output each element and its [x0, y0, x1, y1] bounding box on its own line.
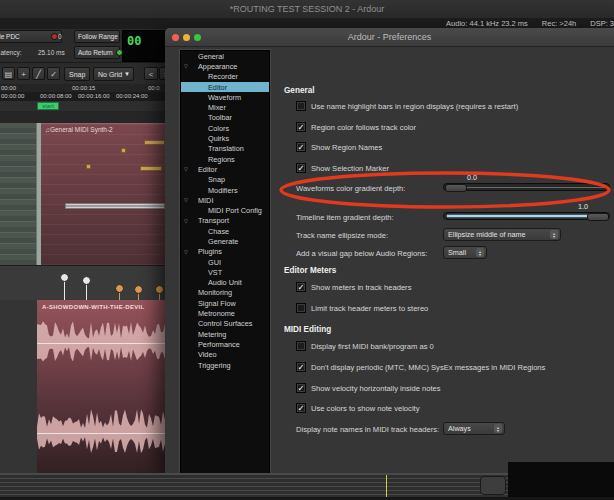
- slider-track[interactable]: [443, 183, 610, 191]
- dropdown[interactable]: Small▴▾: [443, 246, 487, 259]
- sidebar-item-regions[interactable]: Regions: [181, 154, 269, 164]
- minimize-icon[interactable]: [183, 34, 190, 41]
- disclosure-triangle-icon[interactable]: ▽: [184, 249, 188, 255]
- nav-prev-button[interactable]: <: [144, 67, 158, 80]
- checkbox-checked[interactable]: ✓: [296, 362, 306, 372]
- disclosure-triangle-icon[interactable]: ▽: [184, 166, 188, 172]
- fader-icon[interactable]: ▤: [2, 67, 15, 80]
- pdc-button[interactable]: able PDC: [0, 30, 62, 43]
- automation-point[interactable]: [60, 273, 69, 282]
- checkbox-unchecked[interactable]: [296, 341, 306, 351]
- grid-mode-dropdown[interactable]: No Grid ▾: [93, 67, 134, 81]
- automation-point[interactable]: [155, 285, 164, 294]
- sidebar-item-translation[interactable]: Translation: [181, 144, 269, 154]
- audio-region[interactable]: A-SHOWDOWN-WITH-THE-DEVIL: [37, 300, 165, 477]
- sidebar-item-gui[interactable]: GUI: [181, 257, 269, 267]
- disclosure-triangle-icon[interactable]: ▽: [184, 197, 188, 203]
- midi-long-note[interactable]: [65, 203, 165, 209]
- midi-note[interactable]: [140, 166, 162, 171]
- slider-handle[interactable]: [445, 184, 467, 192]
- checkbox-checked[interactable]: ✓: [296, 163, 306, 173]
- automation-point[interactable]: [82, 276, 91, 285]
- sidebar-item-editor[interactable]: Editor: [181, 82, 269, 92]
- slider-value: 0.0: [467, 173, 477, 182]
- sidebar-item-midi-port-config[interactable]: MIDI Port Config: [181, 205, 269, 215]
- edit-check-icon[interactable]: ✓: [47, 67, 60, 80]
- midi-note[interactable]: [121, 148, 126, 153]
- checkbox-unchecked[interactable]: [296, 303, 306, 313]
- grab-icon[interactable]: +: [17, 67, 30, 80]
- sidebar-item-colors[interactable]: Colors: [181, 123, 269, 133]
- automation-lane[interactable]: [0, 265, 165, 302]
- sidebar-item-metering[interactable]: Metering: [181, 329, 269, 339]
- edit-toolbar: ▤ + ╱ ✓ Snap No Grid ▾ < >: [0, 62, 165, 86]
- sidebar-item-recorder[interactable]: Recorder: [181, 72, 269, 82]
- sidebar-item-video[interactable]: Video: [181, 350, 269, 360]
- sidebar-item-toolbar[interactable]: Toolbar: [181, 113, 269, 123]
- preferences-sidebar-list: General▽AppearanceRecorderEditorWaveform…: [181, 51, 269, 370]
- start-marker[interactable]: start: [37, 102, 59, 110]
- preferences-content: GeneralUse name highlight bars in region…: [282, 46, 614, 473]
- midi-note[interactable]: [144, 140, 165, 145]
- slider-handle[interactable]: [587, 213, 609, 221]
- audio-status: Audio: 44.1 kHz 23.2 ms: [446, 19, 528, 28]
- sidebar-item-label: Colors: [181, 124, 229, 133]
- sidebar-item-signal-flow[interactable]: Signal Flow: [181, 298, 269, 308]
- draw-icon[interactable]: ╱: [32, 67, 45, 80]
- sidebar-item-plugins[interactable]: ▽Plugins: [181, 247, 269, 257]
- midi-region[interactable]: ♫General MIDI Synth-2: [41, 123, 165, 265]
- disclosure-triangle-icon[interactable]: ▽: [184, 218, 188, 224]
- checkbox-unchecked[interactable]: [296, 101, 306, 111]
- sidebar-item-audio-unit[interactable]: Audio Unit: [181, 278, 269, 288]
- snap-button[interactable]: Snap: [64, 67, 90, 81]
- summary-strip[interactable]: [0, 473, 508, 499]
- sidebar-item-label: Video: [181, 350, 217, 359]
- maximize-icon[interactable]: [194, 34, 201, 41]
- summary-handle[interactable]: [480, 476, 506, 495]
- checkbox-checked[interactable]: ✓: [296, 282, 306, 292]
- dropdown[interactable]: Ellipsize middle of name▴▾: [443, 228, 561, 241]
- sidebar-item-performance[interactable]: Performance: [181, 339, 269, 349]
- sidebar-item-label: Signal Flow: [181, 299, 236, 308]
- dropdown[interactable]: Always▴▾: [443, 422, 505, 435]
- sidebar-item-chase[interactable]: Chase: [181, 226, 269, 236]
- auto-return-button[interactable]: Auto Return: [74, 46, 120, 59]
- sidebar-item-waveform[interactable]: Waveform: [181, 92, 269, 102]
- sidebar-item-mixer[interactable]: Mixer: [181, 102, 269, 112]
- midi-note[interactable]: [86, 164, 91, 169]
- dropdown-value: Always: [448, 424, 471, 433]
- sidebar-item-control-surfaces[interactable]: Control Surfaces: [181, 319, 269, 329]
- sidebar-item-vst[interactable]: VST: [181, 267, 269, 277]
- checkbox-checked[interactable]: ✓: [296, 142, 306, 152]
- sidebar-item-midi[interactable]: ▽MIDI: [181, 195, 269, 205]
- slider-row: Timeline item gradient depth:1.0: [282, 210, 612, 226]
- slider-line: [447, 215, 606, 217]
- heading-row: MIDI Editing: [282, 325, 612, 341]
- checkbox-checked[interactable]: ✓: [296, 383, 306, 393]
- follow-range-button[interactable]: Follow Range: [74, 30, 120, 43]
- dropdown-label: Display note names in MIDI track headers…: [296, 425, 439, 434]
- automation-point[interactable]: [134, 285, 143, 294]
- sidebar-item-general[interactable]: General: [181, 51, 269, 61]
- sidebar-item-metronome[interactable]: Metronome: [181, 308, 269, 318]
- sidebar-item-generate[interactable]: Generate: [181, 236, 269, 246]
- slider-track[interactable]: [443, 212, 610, 220]
- disclosure-triangle-icon[interactable]: ▽: [184, 63, 188, 69]
- checkbox-row: ✓Show velocity horizontally inside notes: [282, 383, 612, 399]
- sidebar-item-triggering[interactable]: Triggering: [181, 360, 269, 370]
- sidebar-item-monitoring[interactable]: Monitoring: [181, 288, 269, 298]
- sidebar-item-appearance[interactable]: ▽Appearance: [181, 61, 269, 71]
- checkbox-checked[interactable]: ✓: [296, 122, 306, 132]
- primary-clock[interactable]: 00: [122, 30, 167, 62]
- preferences-titlebar[interactable]: Ardour - Preferences: [165, 28, 614, 47]
- sidebar-item-label: Monitoring: [181, 288, 232, 297]
- sidebar-item-editor[interactable]: ▽Editor: [181, 164, 269, 174]
- sidebar-item-label: Generate: [181, 237, 238, 246]
- automation-point[interactable]: [115, 284, 124, 293]
- sidebar-item-transport[interactable]: ▽Transport: [181, 216, 269, 226]
- close-icon[interactable]: [172, 34, 179, 41]
- sidebar-item-quirks[interactable]: Quirks: [181, 133, 269, 143]
- sidebar-item-modifiers[interactable]: Modifiers: [181, 185, 269, 195]
- checkbox-checked[interactable]: ✓: [296, 403, 306, 413]
- sidebar-item-snap[interactable]: Snap: [181, 175, 269, 185]
